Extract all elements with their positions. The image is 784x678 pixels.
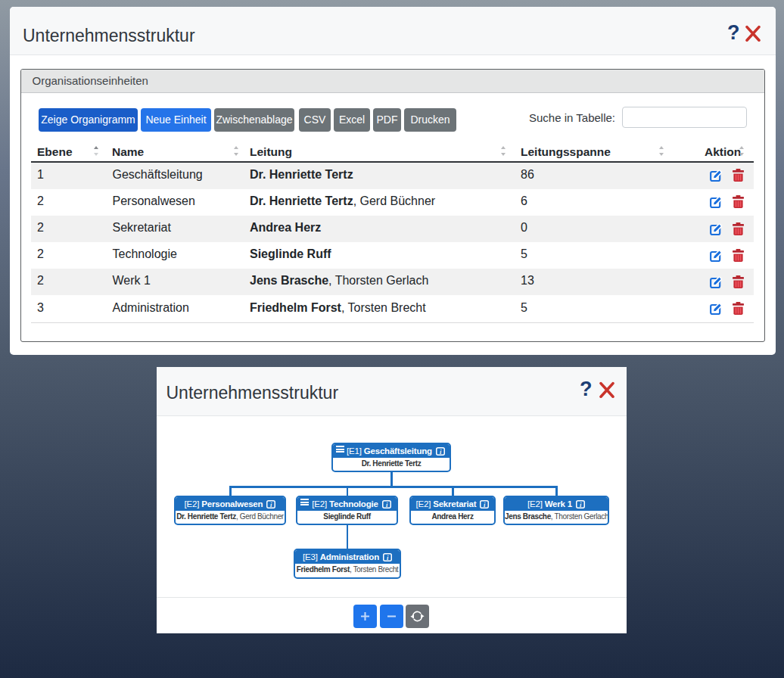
svg-text:i: i [580,500,582,508]
svg-text:i: i [440,447,442,455]
svg-text:i: i [386,500,388,508]
svg-text:i: i [271,500,273,508]
svg-text:i: i [387,553,389,561]
svg-text:i: i [484,500,487,508]
